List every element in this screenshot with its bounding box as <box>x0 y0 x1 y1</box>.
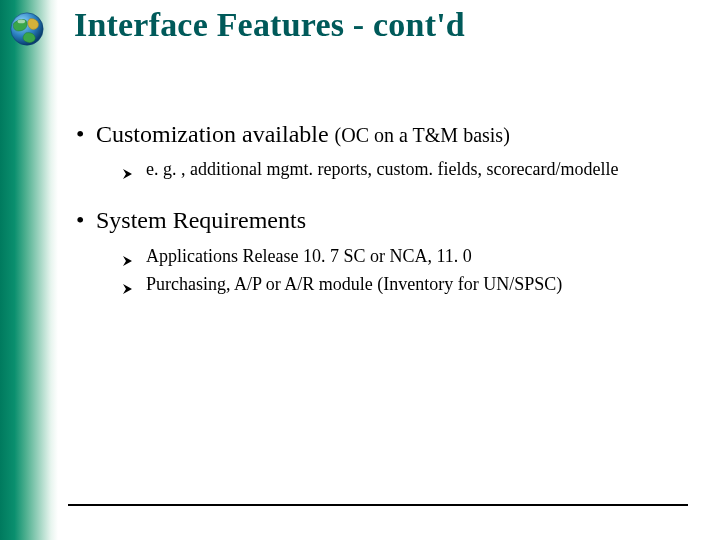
bullet-item: Customization available (OC on a T&M bas… <box>74 118 690 182</box>
slide-title: Interface Features - cont'd <box>74 6 700 44</box>
bullet-text: Customization available <box>96 121 329 147</box>
chevron-right-icon <box>122 248 134 260</box>
sub-bullet-item: Purchasing, A/P or A/R module (Inventory… <box>122 271 690 297</box>
slide: Interface Features - cont'd Customizatio… <box>0 0 720 540</box>
bullet-item: System Requirements Applications Release… <box>74 204 690 297</box>
slide-body: Customization available (OC on a T&M bas… <box>74 118 690 319</box>
sub-bullet-text: Applications Release 10. 7 SC or NCA, 11… <box>146 246 472 266</box>
sub-bullet-item: e. g. , additional mgmt. reports, custom… <box>122 156 690 182</box>
side-gradient <box>0 0 58 540</box>
bullet-text: System Requirements <box>96 207 306 233</box>
sub-bullet-text: Purchasing, A/P or A/R module (Inventory… <box>146 274 562 294</box>
sub-bullet-item: Applications Release 10. 7 SC or NCA, 11… <box>122 243 690 269</box>
sub-bullet-text: e. g. , additional mgmt. reports, custom… <box>146 159 618 179</box>
svg-point-1 <box>18 20 26 24</box>
chevron-right-icon <box>122 276 134 288</box>
chevron-right-icon <box>122 161 134 173</box>
horizontal-rule <box>68 504 688 506</box>
bullet-paren: (OC on a T&M basis) <box>335 124 510 146</box>
globe-icon <box>8 10 46 48</box>
